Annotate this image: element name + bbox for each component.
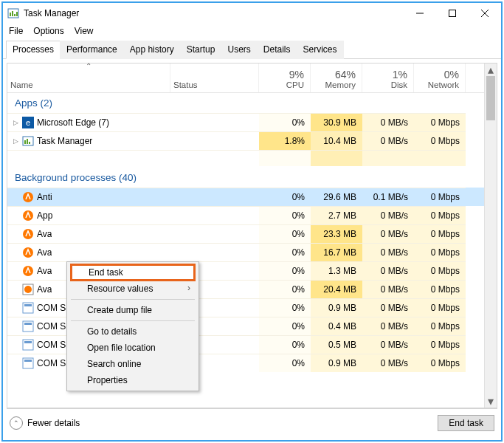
tab-startup[interactable]: Startup xyxy=(180,41,222,59)
process-name: Ava xyxy=(37,229,52,239)
cell-cpu: 0% xyxy=(259,335,311,354)
svg-text:e: e xyxy=(26,118,30,127)
tab-users[interactable]: Users xyxy=(221,41,257,59)
title-bar: Task Manager xyxy=(3,3,501,24)
svg-rect-1 xyxy=(10,13,11,16)
cell-disk: 0 MB/s xyxy=(362,280,414,298)
tab-details[interactable]: Details xyxy=(257,41,297,59)
table-row[interactable]: ▷eMicrosoft Edge (7)0%30.9 MB0 MB/s0 Mbp… xyxy=(7,113,484,131)
close-button[interactable] xyxy=(469,3,501,24)
cell-memory: 0.9 MB xyxy=(311,354,362,372)
context-menu-item[interactable]: Go to details xyxy=(69,323,196,340)
svg-rect-25 xyxy=(24,323,32,325)
footer-bar: ⌃ Fewer details End task xyxy=(7,408,497,436)
cell-disk: 0 MB/s xyxy=(362,298,414,317)
scroll-thumb[interactable] xyxy=(486,76,495,120)
cell-disk: 0 MB/s xyxy=(362,113,414,131)
cell-disk: 0 MB/s xyxy=(362,261,414,280)
context-menu-item[interactable]: Search online xyxy=(69,356,196,372)
sort-indicator-icon: ⌃ xyxy=(86,62,92,70)
svg-rect-6 xyxy=(449,10,456,17)
svg-rect-29 xyxy=(24,360,32,362)
process-icon: e xyxy=(22,117,34,128)
cell-network: 0 Mbps xyxy=(414,113,466,131)
cell-cpu: 0% xyxy=(259,261,311,280)
group-apps: Apps (2) xyxy=(7,93,484,113)
svg-rect-14 xyxy=(29,142,30,144)
cell-cpu: 0% xyxy=(259,354,311,372)
context-menu-item[interactable]: Open file location xyxy=(69,340,196,356)
process-icon xyxy=(22,210,34,222)
cell-network: 0 Mbps xyxy=(414,224,466,243)
col-disk[interactable]: 1% Disk xyxy=(362,63,414,92)
cell-memory: 23.3 MB xyxy=(311,224,362,243)
menu-options[interactable]: Options xyxy=(33,26,63,36)
tab-app-history[interactable]: App history xyxy=(123,41,181,59)
cell-cpu: 0% xyxy=(259,298,311,317)
process-icon xyxy=(22,228,34,240)
cell-memory: 0.5 MB xyxy=(311,335,362,354)
scroll-up-button[interactable]: ▴ xyxy=(485,63,497,76)
svg-rect-3 xyxy=(14,14,15,16)
cell-network: 0 Mbps xyxy=(414,335,466,354)
col-network[interactable]: 0% Network xyxy=(414,63,466,92)
cell-network: 0 Mbps xyxy=(414,354,466,372)
context-menu-item[interactable]: End task xyxy=(71,264,195,281)
cell-memory: 0.4 MB xyxy=(311,317,362,335)
svg-rect-27 xyxy=(24,341,32,343)
col-memory[interactable]: 64% Memory xyxy=(311,63,362,92)
fewer-details-link[interactable]: Fewer details xyxy=(27,418,80,428)
process-name: Ava xyxy=(37,266,52,276)
col-cpu[interactable]: 9% CPU xyxy=(259,63,311,92)
context-menu-item[interactable]: Properties xyxy=(69,372,196,388)
process-icon xyxy=(22,339,34,351)
table-row[interactable]: Ava0%23.3 MB0 MB/s0 Mbps xyxy=(7,224,484,243)
expand-icon[interactable]: ▷ xyxy=(12,119,19,126)
cell-network: 0 Mbps xyxy=(414,317,466,335)
process-icon xyxy=(22,302,34,314)
col-name[interactable]: ⌃ Name xyxy=(7,63,170,92)
cell-cpu: 1.8% xyxy=(259,131,311,150)
table-row[interactable]: ▷Task Manager1.8%10.4 MB0 MB/s0 Mbps xyxy=(7,131,484,150)
vertical-scrollbar[interactable]: ▴ ▾ xyxy=(484,63,497,408)
svg-rect-4 xyxy=(16,12,18,16)
svg-rect-2 xyxy=(12,11,13,16)
cell-cpu: 0% xyxy=(259,243,311,261)
process-icon xyxy=(22,191,34,203)
table-row[interactable]: Ava0%16.7 MB0 MB/s0 Mbps xyxy=(7,243,484,261)
process-name: Ava xyxy=(37,284,52,295)
context-menu-item[interactable]: Resource values xyxy=(69,281,196,297)
cell-cpu: 0% xyxy=(259,188,311,206)
cell-memory: 1.3 MB xyxy=(311,261,362,280)
tab-services[interactable]: Services xyxy=(297,41,344,59)
process-name: Anti xyxy=(37,192,52,202)
menu-view[interactable]: View xyxy=(75,26,94,36)
context-menu-item[interactable]: Create dump file xyxy=(69,302,196,318)
maximize-button[interactable] xyxy=(436,3,469,24)
menu-bar: File Options View xyxy=(3,24,501,38)
tab-processes[interactable]: Processes xyxy=(6,41,61,59)
cell-disk: 0 MB/s xyxy=(362,243,414,261)
svg-rect-13 xyxy=(27,139,28,144)
process-icon xyxy=(22,135,34,147)
cell-memory: 16.7 MB xyxy=(311,243,362,261)
table-row[interactable]: Anti0%29.6 MB0.1 MB/s0 Mbps xyxy=(7,188,484,206)
process-name: Microsoft Edge (7) xyxy=(37,117,109,128)
scroll-down-button[interactable]: ▾ xyxy=(485,395,497,408)
cell-disk: 0 MB/s xyxy=(362,131,414,150)
cell-disk: 0 MB/s xyxy=(362,335,414,354)
fewer-details-icon[interactable]: ⌃ xyxy=(10,416,23,430)
menu-file[interactable]: File xyxy=(9,26,23,36)
col-status[interactable]: Status xyxy=(170,63,259,92)
cell-cpu: 0% xyxy=(259,280,311,298)
cell-memory: 0.9 MB xyxy=(311,298,362,317)
cell-disk: 0 MB/s xyxy=(362,354,414,372)
cell-disk: 0 MB/s xyxy=(362,224,414,243)
tab-performance[interactable]: Performance xyxy=(60,41,124,59)
svg-rect-23 xyxy=(24,304,32,306)
minimize-button[interactable] xyxy=(404,3,436,24)
end-task-button[interactable]: End task xyxy=(438,415,494,431)
expand-icon[interactable]: ▷ xyxy=(12,137,19,145)
scroll-track[interactable] xyxy=(485,76,497,395)
table-row[interactable]: App0%2.7 MB0 MB/s0 Mbps xyxy=(7,206,484,224)
